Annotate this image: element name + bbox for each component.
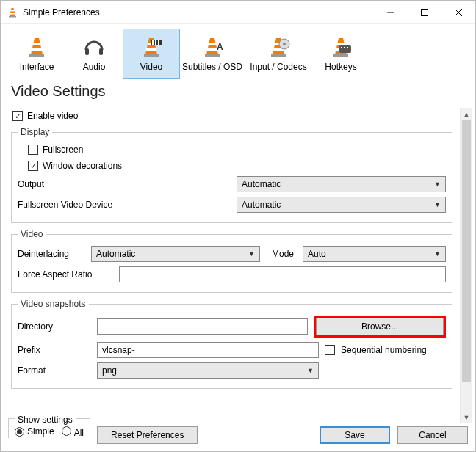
headphones-icon (82, 35, 106, 59)
reset-preferences-button[interactable]: Reset Preferences (97, 426, 198, 444)
radio-all-row[interactable]: All (62, 426, 84, 438)
cone-text-icon: A (201, 35, 224, 59)
footer: Show settings Simple All Reset Preferenc… (1, 423, 475, 451)
tab-interface[interactable]: Interface (8, 29, 65, 79)
window-decorations-checkbox[interactable] (28, 161, 38, 171)
svg-rect-18 (158, 40, 159, 45)
preferences-window: Simple Preferences Interface Audio Video… (0, 0, 476, 452)
scroll-up-icon[interactable]: ▲ (461, 108, 472, 120)
scrollbar-thumb[interactable] (462, 120, 471, 382)
svg-rect-0 (11, 10, 15, 12)
vertical-scrollbar[interactable]: ▲ ▼ (460, 108, 472, 423)
button-label: Reset Preferences (111, 430, 184, 440)
tab-video[interactable]: Video (123, 29, 180, 79)
chevron-down-icon: ▼ (434, 201, 441, 208)
category-toolbar: Interface Audio Video A Subtitles / OSD … (1, 24, 475, 79)
svg-rect-34 (347, 47, 348, 48)
svg-rect-21 (205, 54, 220, 56)
show-settings-group: Show settings Simple All (8, 418, 90, 438)
titlebar: Simple Preferences (1, 1, 475, 24)
video-group: Video Deinterlacing Automatic ▼ Mode Aut… (11, 229, 452, 293)
chevron-down-icon: ▼ (434, 181, 441, 188)
svg-rect-30 (333, 54, 348, 56)
tab-label: Subtitles / OSD (182, 62, 242, 72)
input-value: vlcsnap- (102, 345, 135, 355)
svg-rect-7 (33, 43, 40, 45)
tab-hotkeys[interactable]: Hotkeys (312, 29, 369, 79)
content-area: Enable video Display Fullscreen Window d… (1, 108, 475, 423)
fullscreen-checkbox[interactable] (28, 145, 38, 155)
chevron-down-icon: ▼ (434, 250, 441, 258)
svg-rect-14 (144, 54, 159, 56)
output-select[interactable]: Automatic ▼ (237, 176, 446, 192)
window-controls (374, 1, 475, 24)
mode-label: Mode (272, 249, 294, 259)
scroll-down-icon[interactable]: ▼ (461, 411, 472, 423)
minimize-button[interactable] (374, 1, 408, 24)
button-label: Browse... (361, 321, 398, 332)
prefix-input[interactable]: vlcsnap- (97, 342, 319, 358)
window-title: Simple Preferences (23, 7, 374, 18)
select-value: Automatic (96, 249, 135, 259)
show-settings-label: Show settings (15, 415, 76, 425)
cone-clapper-icon (140, 35, 163, 59)
scroll-content: Enable video Display Fullscreen Window d… (8, 108, 460, 423)
enable-video-checkbox[interactable] (12, 111, 23, 121)
sequential-numbering-checkbox[interactable] (325, 345, 335, 355)
display-group: Display Fullscreen Window decorations Ou… (11, 127, 452, 223)
directory-input[interactable] (97, 318, 308, 335)
cone-keyboard-icon (329, 35, 353, 59)
svg-rect-11 (99, 48, 103, 55)
browse-highlight: Browse... (314, 316, 446, 338)
fullscreen-label: Fullscreen (43, 145, 83, 155)
svg-rect-4 (422, 9, 428, 15)
tab-audio[interactable]: Audio (65, 29, 123, 79)
svg-rect-25 (271, 54, 286, 56)
svg-rect-8 (32, 48, 42, 51)
tab-label: Interface (20, 62, 54, 72)
mode-select[interactable]: Auto ▼ (303, 246, 446, 262)
group-legend: Video (18, 229, 46, 239)
sequential-numbering-label: Sequential numbering (341, 345, 427, 355)
force-aspect-ratio-label: Force Aspect Ratio (18, 269, 113, 280)
svg-rect-28 (337, 43, 345, 45)
enable-video-row: Enable video (8, 108, 455, 124)
format-select[interactable]: png ▼ (97, 362, 319, 379)
cancel-button[interactable]: Cancel (397, 426, 468, 444)
deinterlacing-select[interactable]: Automatic ▼ (91, 246, 260, 262)
tab-input-codecs[interactable]: Input / Codecs (245, 29, 312, 79)
scrollbar-track[interactable] (461, 120, 472, 411)
maximize-button[interactable] (408, 1, 441, 24)
select-value: Automatic (242, 179, 281, 189)
tab-label: Audio (83, 62, 106, 72)
force-aspect-ratio-input[interactable] (119, 266, 446, 282)
button-label: Save (345, 430, 364, 440)
button-label: Cancel (419, 430, 446, 440)
save-button[interactable]: Save (320, 426, 390, 444)
svg-rect-20 (207, 48, 217, 51)
radio-simple[interactable] (15, 427, 24, 437)
prefix-label: Prefix (18, 345, 91, 355)
deinterlacing-label: Deinterlacing (18, 249, 85, 259)
tab-label: Video (140, 62, 162, 72)
select-value: Automatic (242, 200, 281, 210)
svg-rect-16 (152, 40, 154, 45)
tab-subtitles[interactable]: A Subtitles / OSD (180, 29, 245, 79)
svg-rect-19 (209, 43, 216, 45)
chevron-down-icon: ▼ (248, 250, 255, 258)
radio-simple-row[interactable]: Simple (15, 426, 54, 438)
tab-label: Input / Codecs (250, 62, 306, 72)
radio-all[interactable] (62, 426, 71, 436)
browse-button[interactable]: Browse... (316, 318, 444, 335)
svg-rect-2 (9, 16, 16, 18)
cone-icon (25, 35, 48, 59)
output-label: Output (18, 179, 143, 189)
close-button[interactable] (441, 1, 475, 24)
svg-point-27 (283, 43, 286, 45)
svg-rect-9 (29, 54, 44, 56)
divider (8, 103, 468, 103)
page-title: Video Settings (1, 79, 475, 101)
fs-device-select[interactable]: Automatic ▼ (237, 197, 446, 213)
chevron-down-icon: ▼ (307, 367, 314, 374)
svg-rect-31 (339, 45, 351, 53)
